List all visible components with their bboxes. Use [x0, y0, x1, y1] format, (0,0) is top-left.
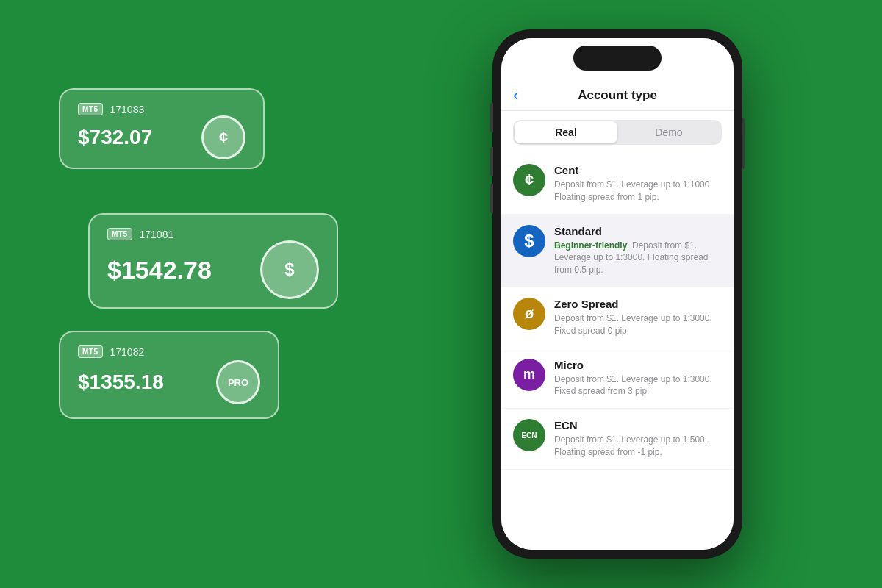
account-item-cent[interactable]: Cent Deposit from $1. Leverage up to 1:1… [501, 154, 734, 215]
account-item-micro[interactable]: Micro Deposit from $1. Leverage up to 1:… [501, 348, 734, 409]
dynamic-island [573, 46, 662, 71]
account-card-standard[interactable]: MT5 171081 $1542.78 [88, 213, 338, 309]
card-amount-cent: $732.07 [78, 126, 152, 149]
card-bottom-cent: $732.07 [78, 115, 245, 159]
app-content: ‹ Account type Real Demo Cent Deposit [501, 79, 734, 550]
card-id-pro: 171082 [110, 346, 145, 358]
standard-desc: Beginner-friendly. Deposit from $1. Leve… [554, 240, 722, 276]
card-badge-standard: MT5 [107, 228, 132, 240]
account-card-pro[interactable]: MT5 171082 $1355.18 PRO [59, 331, 279, 419]
cent-logo [513, 164, 545, 196]
micro-desc: Deposit from $1. Leverage up to 1:3000. … [554, 373, 722, 398]
card-badge-pro: MT5 [78, 345, 103, 358]
pro-icon-circle: PRO [216, 360, 260, 404]
account-item-standard[interactable]: Standard Beginner-friendly. Deposit from… [501, 215, 734, 287]
ecn-info: ECN Deposit from $1. Leverage up to 1:50… [554, 419, 722, 459]
tab-real[interactable]: Real [514, 121, 617, 143]
app-title: Account type [578, 88, 657, 103]
account-list: Cent Deposit from $1. Leverage up to 1:1… [501, 154, 734, 550]
card-badge-cent: MT5 [78, 103, 103, 115]
ecn-name: ECN [554, 419, 722, 431]
cent-icon-circle [201, 115, 245, 159]
tab-toggle: Real Demo [513, 120, 722, 145]
app-header: ‹ Account type [501, 79, 734, 111]
cent-desc: Deposit from $1. Leverage up to 1:1000. … [554, 179, 722, 204]
standard-name: Standard [554, 225, 722, 237]
zero-name: Zero Spread [554, 298, 722, 310]
card-bottom-standard: $1542.78 [107, 240, 319, 299]
card-id-cent: 171083 [110, 104, 145, 115]
card-top-standard: MT5 171081 [107, 228, 319, 240]
ecn-logo [513, 419, 545, 451]
card-id-standard: 171081 [140, 229, 174, 240]
beginner-tag: Beginner-friendly [554, 240, 627, 251]
micro-logo [513, 359, 545, 391]
tab-demo[interactable]: Demo [617, 121, 720, 143]
account-item-ecn[interactable]: ECN Deposit from $1. Leverage up to 1:50… [501, 409, 734, 470]
micro-info: Micro Deposit from $1. Leverage up to 1:… [554, 359, 722, 398]
phone-frame: ‹ Account type Real Demo Cent Deposit [492, 29, 742, 559]
zero-logo [513, 298, 545, 330]
standard-icon-circle [260, 240, 319, 299]
standard-logo [513, 225, 545, 257]
zero-info: Zero Spread Deposit from $1. Leverage up… [554, 298, 722, 337]
card-bottom-pro: $1355.18 PRO [78, 360, 260, 404]
account-item-zero[interactable]: Zero Spread Deposit from $1. Leverage up… [501, 287, 734, 348]
phone-section: ‹ Account type Real Demo Cent Deposit [397, 29, 838, 559]
cards-section: MT5 171083 $732.07 MT5 171081 $1542.78 M… [44, 44, 397, 544]
card-amount-standard: $1542.78 [107, 256, 212, 284]
card-top-pro: MT5 171082 [78, 345, 260, 358]
micro-name: Micro [554, 359, 722, 371]
ecn-desc: Deposit from $1. Leverage up to 1:500. F… [554, 434, 722, 459]
card-top-cent: MT5 171083 [78, 103, 245, 115]
account-card-cent[interactable]: MT5 171083 $732.07 [59, 88, 265, 169]
standard-info: Standard Beginner-friendly. Deposit from… [554, 225, 722, 276]
phone-inner: ‹ Account type Real Demo Cent Deposit [501, 38, 734, 550]
cent-name: Cent [554, 164, 722, 176]
back-button[interactable]: ‹ [513, 87, 518, 104]
cent-info: Cent Deposit from $1. Leverage up to 1:1… [554, 164, 722, 204]
zero-desc: Deposit from $1. Leverage up to 1:3000. … [554, 312, 722, 337]
card-amount-pro: $1355.18 [78, 370, 164, 394]
